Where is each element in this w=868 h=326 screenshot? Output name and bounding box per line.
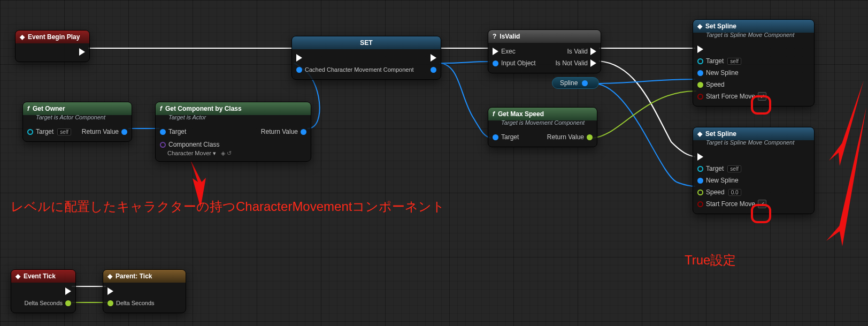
target-pin[interactable]: Target [493, 133, 519, 141]
node-header: ◆Event Begin Play [16, 31, 89, 43]
node-subtitle: Target is Actor Component [23, 114, 132, 123]
exec-in-pin[interactable] [296, 54, 302, 62]
node-set-spline-2[interactable]: ◆Set Spline Target is Spline Move Compon… [693, 127, 815, 214]
function-icon: ◆ [697, 130, 702, 138]
exec-out-pin[interactable] [65, 287, 71, 295]
node-subtitle: Target is Spline Move Component [693, 32, 814, 41]
annotation-true: True設定 [685, 252, 736, 269]
delta-seconds-pin[interactable]: Delta Seconds [107, 300, 155, 306]
node-subtitle: Target is Spline Move Component [693, 139, 814, 148]
red-highlight-2 [751, 204, 771, 223]
new-spline-pin[interactable]: New Spline [697, 177, 739, 184]
value-out-pin[interactable] [431, 67, 436, 73]
exec-out-pin[interactable] [804, 46, 810, 53]
exec-out-pin[interactable] [175, 287, 181, 295]
exec-in-pin[interactable] [697, 153, 703, 161]
exec-in-pin[interactable] [697, 46, 703, 53]
node-title: Set Spline [705, 22, 736, 30]
node-header: ◆Event Tick [11, 270, 75, 283]
variable-spline-chip[interactable]: Spline [552, 77, 599, 89]
chip-out-pin[interactable] [582, 80, 588, 86]
node-title: Get Max Speed [498, 110, 544, 118]
exec-out-pin[interactable] [79, 48, 85, 56]
node-title: Get Owner [33, 105, 65, 112]
speed-pin[interactable]: Speed [697, 81, 725, 88]
node-title: IsValid [500, 33, 520, 40]
node-header: ◆Set Spline [693, 127, 814, 140]
node-event-tick[interactable]: ◆Event Tick Delta Seconds [11, 269, 76, 313]
delta-seconds-pin[interactable]: Delta Seconds [24, 300, 71, 306]
function-icon: f [27, 105, 29, 112]
node-title: Get Component by Class [165, 105, 242, 112]
value-in-pin[interactable]: Cached Character Movement Component [296, 66, 414, 73]
is-valid-pin[interactable]: Is Valid [567, 48, 596, 55]
input-object-pin[interactable]: Input Object [493, 59, 536, 67]
node-get-component-by-class[interactable]: fGet Component by Class Target is Actor … [155, 102, 311, 162]
function-icon: ◆ [697, 22, 702, 30]
node-title: Event Begin Play [28, 33, 80, 41]
parent-icon: ◆ [107, 272, 112, 280]
exec-out-pin[interactable] [804, 153, 810, 161]
component-class-pin[interactable]: Component Class [160, 141, 219, 148]
target-pin[interactable]: Targetself [697, 165, 741, 172]
node-header: ◆Set Spline [693, 20, 814, 33]
node-event-begin-play[interactable]: ◆Event Begin Play [15, 30, 90, 62]
event-icon: ◆ [20, 33, 25, 41]
node-subtitle: Target is Movement Component [488, 119, 597, 128]
node-header: fGet Owner [23, 102, 132, 115]
node-subtitle: Target is Actor [156, 114, 311, 123]
red-highlight-1 [751, 95, 771, 115]
node-get-max-speed[interactable]: fGet Max Speed Target is Movement Compon… [488, 107, 597, 147]
node-get-owner[interactable]: fGet Owner Target is Actor Component Tar… [22, 102, 132, 142]
new-spline-pin[interactable]: New Spline [697, 69, 739, 77]
node-header: fGet Max Speed [488, 108, 597, 120]
target-pin[interactable]: Targetself [27, 128, 71, 135]
target-pin[interactable]: Target [160, 128, 186, 135]
nav-icons: ◈ ↺ [221, 150, 232, 156]
return-value-pin[interactable]: Return Value [547, 133, 593, 141]
node-title: Event Tick [24, 272, 56, 280]
exec-out-pin[interactable] [431, 54, 436, 62]
return-value-pin[interactable]: Return Value [82, 128, 127, 135]
node-parent-tick[interactable]: ◆Parent: Tick Delta Seconds [103, 269, 186, 313]
exec-in-pin[interactable] [107, 287, 113, 295]
macro-icon: ? [493, 33, 496, 40]
node-header: SET [292, 36, 441, 49]
node-header: ?IsValid [488, 30, 601, 43]
target-pin[interactable]: Targetself [697, 57, 741, 65]
node-header: ◆Parent: Tick [103, 270, 186, 283]
node-header: fGet Component by Class [156, 102, 311, 115]
return-value-pin[interactable]: Return Value [261, 128, 306, 135]
function-icon: f [160, 105, 162, 112]
exec-in-pin[interactable]: Exec [493, 48, 516, 55]
node-title: Set Spline [705, 130, 736, 138]
annotation-main: レベルに配置したキャラクターの持つCharacterMovementコンポーネン… [11, 198, 445, 215]
function-icon: f [493, 110, 495, 118]
class-dropdown[interactable]: Character Mover ▾ ◈ ↺ [167, 150, 306, 157]
node-set-variable[interactable]: SET Cached Character Movement Component [291, 36, 441, 80]
chip-label: Spline [560, 79, 578, 87]
node-title: Parent: Tick [116, 272, 152, 280]
node-is-valid[interactable]: ?IsValid Exec Is Valid Input Object Is N… [488, 29, 601, 73]
is-not-valid-pin[interactable]: Is Not Valid [556, 59, 596, 67]
event-icon: ◆ [16, 272, 20, 280]
speed-pin[interactable]: Speed0.0 [697, 188, 741, 196]
node-title: SET [360, 39, 372, 47]
node-set-spline-1[interactable]: ◆Set Spline Target is Spline Move Compon… [693, 19, 815, 107]
